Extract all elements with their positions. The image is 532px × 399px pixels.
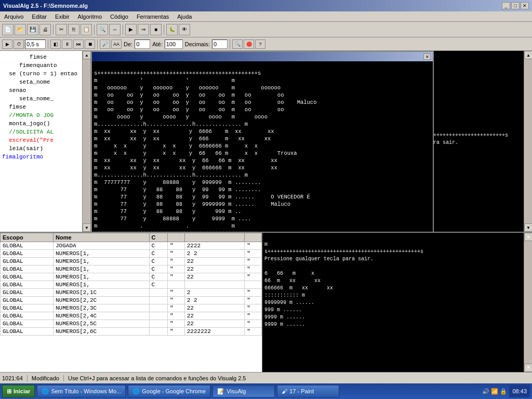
taskbar-item-3[interactable]: 🖌 17 - Paint: [277, 385, 339, 397]
taskbar: ⊞ Iniciar 🌐 Sem Título - Windows Mo... 🌐…: [0, 383, 532, 399]
scope-cell: GLOBAL: [1, 304, 54, 312]
menu-exibir[interactable]: Exibir: [53, 13, 72, 20]
scope-scroll-track[interactable]: [524, 241, 532, 364]
step-btn[interactable]: ⇒: [138, 24, 149, 35]
val2-cell: 2222: [184, 242, 245, 250]
ate-input[interactable]: [165, 39, 183, 49]
code-line: fimalgoritmo: [2, 153, 88, 161]
menu-ajuda[interactable]: Ajuda: [175, 13, 194, 20]
val1-cell: ": [168, 289, 185, 297]
scope-scroll-up[interactable]: ▲: [524, 233, 532, 241]
clock-btn[interactable]: ⏱: [14, 39, 24, 49]
tb2-btn5[interactable]: 🔎: [100, 39, 110, 49]
watch-btn[interactable]: 👁: [179, 24, 190, 35]
taskbar-item-2[interactable]: 📝 VisuAlg: [212, 385, 275, 397]
menu-codigo[interactable]: Código: [108, 13, 130, 20]
scope-right-console: m s+++++++++++++++++++++++++++++++++++++…: [262, 233, 532, 372]
stop-btn[interactable]: ■: [150, 24, 162, 35]
start-button[interactable]: ⊞ Iniciar: [2, 385, 35, 397]
tb2-btn6[interactable]: AA: [111, 39, 122, 49]
zoom-btn[interactable]: 🔍: [232, 39, 243, 49]
clock: 08:43: [509, 385, 530, 397]
editor-scrollbar[interactable]: ▲ ▼: [82, 51, 90, 232]
tb2-btn4[interactable]: ⏹: [85, 39, 95, 49]
tb2-btn3[interactable]: ⏭: [73, 39, 84, 49]
de-input[interactable]: [135, 39, 150, 49]
scope-scroll-down[interactable]: ▼: [524, 364, 532, 372]
val3-cell: ": [245, 289, 262, 297]
scope-console-line: 6 66 m x: [264, 271, 314, 276]
table-row: GLOBAL NUMEROS[1, C " 2 2 ": [1, 250, 262, 258]
cursor-position: 1021:64: [2, 375, 28, 381]
main-scrollbar[interactable]: ▲ ▼: [524, 51, 532, 232]
cut-btn[interactable]: ✂: [56, 24, 67, 35]
minimize-button[interactable]: _: [502, 2, 510, 9]
code-line: leia(sair): [2, 144, 88, 153]
play-btn[interactable]: ▶: [2, 39, 12, 49]
maximize-button[interactable]: □: [511, 2, 520, 9]
main-scroll-down[interactable]: ▼: [524, 223, 532, 232]
name-cell: NUMEROS[2,4C: [53, 312, 149, 320]
run-btn[interactable]: ▶: [125, 24, 137, 35]
debug-btn[interactable]: 🐛: [166, 24, 178, 35]
console-line: s+++++++++++++++++++++++++++++++++++++++…: [94, 230, 261, 232]
console-line: m..............h..............h.........…: [94, 172, 248, 178]
main-scroll-up[interactable]: ▲: [524, 51, 532, 59]
table-row: GLOBAL NUMEROS[2,1C " 2 ": [1, 289, 262, 297]
stop2-btn[interactable]: 🛑: [244, 39, 254, 49]
open-btn[interactable]: 📂: [15, 24, 26, 35]
sep6: [97, 39, 98, 49]
scope-console-line: [264, 263, 268, 269]
console-line: m xx xx y xx y 666 m xx xx: [94, 136, 271, 142]
find-btn[interactable]: 🔍: [97, 24, 108, 35]
taskbar-item-1[interactable]: 🌐 Google - Google Chrome: [128, 385, 210, 397]
scope-scrollbar[interactable]: ▲ ▼: [524, 233, 532, 372]
tb2-btn1[interactable]: ◧: [50, 39, 61, 49]
decimais-input[interactable]: [212, 39, 228, 49]
menu-algoritmo[interactable]: Algoritmo: [76, 13, 104, 20]
tb2-btn2[interactable]: ⏸: [62, 39, 72, 49]
help-btn[interactable]: ?: [255, 39, 265, 49]
table-row: GLOBAL NUMEROS[1, C: [1, 281, 262, 289]
ate-label: Até:: [152, 41, 163, 47]
taskbar-item-0[interactable]: 🌐 Sem Título - Windows Mo...: [37, 385, 126, 397]
taskbar-item-label-0: Sem Título - Windows Mo...: [51, 388, 121, 394]
val3-cell: ": [245, 297, 262, 304]
sep3: [123, 24, 123, 35]
speed-input[interactable]: [25, 39, 46, 49]
scope-console-line: 666666 m xx xx: [264, 285, 333, 291]
systray-icons: 🔊 📶 🔒: [482, 388, 507, 395]
console-line: m . . m: [94, 223, 235, 229]
val2-cell: 2 2: [184, 250, 245, 258]
menu-ferramentas[interactable]: Ferramentas: [135, 13, 171, 20]
val3-cell: ": [245, 273, 262, 281]
console-close-button[interactable]: ✕: [423, 54, 431, 60]
decimais-label: Decimais:: [185, 41, 210, 47]
table-row: GLOBAL JOGADA C " 2222 ": [1, 242, 262, 250]
menu-editar[interactable]: Editar: [30, 13, 49, 20]
scope-console-line: 9999999 m ......: [264, 300, 314, 305]
menu-arquivo[interactable]: Arquivo: [2, 13, 25, 20]
code-editor[interactable]: fimse fimenquanto se (turno = 1) entao s…: [0, 51, 91, 232]
close-button[interactable]: ✕: [521, 2, 529, 9]
console-line: s+++++++++++++++++++++++++++++++++++++++…: [94, 70, 261, 76]
main-scroll-track[interactable]: [524, 59, 532, 223]
val2-cell: 2: [184, 289, 245, 297]
console-line: m oo oo y oo oo y oo oo m oo oo Maluco: [94, 99, 316, 105]
print-btn[interactable]: 🖨: [39, 24, 51, 35]
console-line: m x x y x x y 6666666 m x x: [94, 143, 258, 149]
scroll-up[interactable]: ▲: [83, 51, 91, 59]
paste-btn[interactable]: 📋: [81, 24, 92, 35]
replace-btn[interactable]: ↔: [109, 24, 121, 35]
console-title-bar: ✕: [92, 52, 433, 61]
scope-console-line: ::::::::::: m: [264, 292, 305, 298]
console-line: m xx xx y xx xx y 66 66 m xx xx: [94, 157, 277, 164]
status-bar: 1021:64 Modificado Use Ctrl+J para acess…: [0, 372, 532, 383]
scope-cell: GLOBAL: [1, 242, 54, 250]
copy-btn[interactable]: ⎘: [68, 24, 79, 35]
save-btn[interactable]: 💾: [27, 24, 38, 35]
scroll-track[interactable]: [83, 59, 90, 223]
col-val1: [168, 233, 185, 242]
scroll-down[interactable]: ▼: [83, 223, 91, 232]
new-btn[interactable]: 📄: [2, 24, 14, 35]
